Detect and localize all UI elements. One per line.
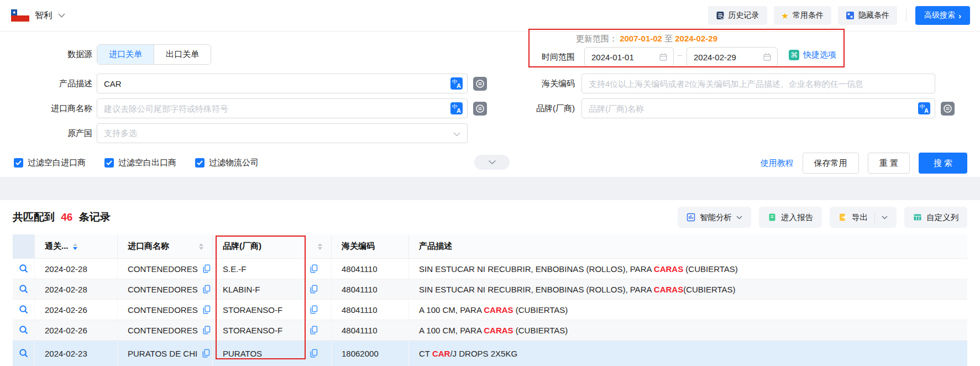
save-conditions-button[interactable]: 保存常用 [803,153,859,174]
reset-button[interactable]: 重 置 [868,153,910,174]
row-detail-cell [13,279,35,299]
header-date[interactable]: 通关... [35,234,118,258]
collapse-form-button[interactable] [474,155,510,170]
desc-text: (CUBIERTAS) [683,285,735,294]
header-brand[interactable]: 品牌(厂商) [213,234,332,258]
table-row-selected[interactable]: 2024-02-23 PURATOS DE CHI PURATOS 180620… [13,341,967,366]
translate-en-glyph: A [457,107,461,114]
custom-columns-button[interactable]: 自定义列 [904,207,967,228]
table-row[interactable]: 2024-02-26 CONTENEDORES STORAENSO-F 4804… [13,320,967,341]
importer-name-input[interactable] [97,98,468,118]
tab-import-declarations[interactable]: 进口关单 [97,45,154,64]
header-importer-label: 进口商名称 [128,241,169,252]
translate-en-glyph: A [457,82,461,89]
copy-icon[interactable] [203,285,211,294]
copy-icon[interactable] [310,349,318,358]
translate-icon[interactable]: 中A [450,102,463,114]
cell-product-desc: SIN ESTUCAR NI RECUBRIR, ENBOBINAS (ROLL… [409,279,967,299]
copy-icon[interactable] [203,264,211,273]
origin-country-select[interactable]: 支持多选 [97,123,468,143]
desc-text: CT [419,349,432,358]
chevron-down-icon [736,216,742,219]
sort-asc-icon[interactable] [318,243,322,246]
quick-options-link[interactable]: ⌘ 快捷选项 [789,50,836,60]
checkbox-label: 过滤物流公司 [209,158,259,168]
smart-analysis-button[interactable]: 智能分析 [678,207,751,228]
history-button[interactable]: 历史记录 [708,6,767,25]
data-source-tabs: 进口关单 出口关单 [97,44,211,65]
brand-input[interactable] [581,98,935,118]
export-button[interactable]: 导出 [830,207,897,228]
copy-icon[interactable] [310,264,318,273]
table-header-row: 通关... 进口商名称 品牌(厂商) [13,234,967,259]
date-to-input[interactable]: 2024-02-29 [686,47,778,67]
table-row[interactable]: 2024-02-28 CONTENEDORES KLABIN-F 4804111… [13,279,967,300]
topbar-actions: 历史记录 ★ 常用条件 隐藏条件 高级搜索 › [708,6,970,25]
match-mode-icon[interactable] [473,102,487,116]
checkbox-filter-blank-importer[interactable]: 过滤空白进口商 [14,158,86,168]
copy-icon[interactable] [203,326,211,334]
sort-asc-icon[interactable] [73,243,77,246]
sort-desc-icon[interactable] [318,247,322,250]
favorite-conditions-button[interactable]: ★ 常用条件 [774,6,831,25]
country-picker[interactable]: ★ 智利 [11,9,65,22]
country-name: 智利 [35,10,53,22]
search-detail-icon[interactable] [19,264,29,274]
checkbox-filter-logistics[interactable]: 过滤物流公司 [195,158,259,168]
translate-icon[interactable]: 中A [918,102,930,114]
copy-icon[interactable] [310,305,318,314]
chevron-down-icon [58,13,65,18]
enter-report-button[interactable]: 进入报告 [759,207,822,228]
copy-icon[interactable] [202,349,210,358]
sort-carets[interactable] [199,243,203,250]
desc-text: (CUBIERTAS) [513,326,568,335]
match-mode-icon[interactable] [941,102,955,116]
sort-desc-icon-active[interactable] [73,247,77,250]
importer-name: PURATOS DE CHI [128,349,197,358]
header-product-desc[interactable]: 产品描述 [409,234,967,258]
copy-icon[interactable] [203,305,211,314]
copy-icon[interactable] [310,285,318,294]
header-hs-code[interactable]: 海关编码 [332,234,409,258]
checkbox-filter-blank-exporter[interactable]: 过滤空白出口商 [104,158,176,168]
history-icon [716,11,725,20]
copy-icon[interactable] [310,326,318,334]
desc-text: A 100 CM, PARA [419,305,484,315]
chile-flag-icon: ★ [11,9,29,22]
search-detail-icon[interactable] [19,284,29,294]
tab-export-declarations[interactable]: 出口关单 [154,45,211,64]
sort-asc-icon[interactable] [199,243,203,246]
product-desc-input[interactable] [97,74,468,93]
match-mode-icon[interactable] [473,77,487,91]
app-root: ★ 智利 历史记录 ★ 常用条件 [0,0,980,366]
data-source-label: 数据源 [9,44,92,64]
translate-icon[interactable]: 中A [450,77,463,90]
date-to-value: 2024-02-29 [694,53,736,62]
advanced-search-button[interactable]: 高级搜索 › [915,6,970,25]
sort-carets[interactable] [73,243,77,250]
search-button[interactable]: 搜 索 [919,153,967,174]
hide-conditions-button[interactable]: 隐藏条件 [838,6,897,25]
quick-options-label: 快捷选项 [803,50,836,60]
header-brand-label: 品牌(厂商) [223,241,261,252]
desc-highlight: CARAS [484,326,513,335]
search-detail-icon[interactable] [19,348,29,358]
search-detail-icon[interactable] [19,305,29,315]
date-from-input[interactable]: 2024-01-01 [584,47,674,67]
tutorial-link[interactable]: 使用教程 [761,158,794,169]
origin-country-placeholder: 支持多选 [104,128,137,139]
circle-equal-glyph [943,104,952,113]
export-icon [838,213,847,222]
sort-desc-icon[interactable] [199,247,203,250]
search-detail-icon[interactable] [19,325,29,335]
table-row[interactable]: 2024-02-26 CONTENEDORES STORAENSO-F 4804… [13,300,967,320]
filter-checkbox-row: 过滤空白进口商 过滤空白出口商 过滤物流公司 [14,158,259,168]
row-detail-cell [13,300,35,320]
table-columns-icon [913,213,922,222]
sort-carets[interactable] [318,243,322,250]
header-importer[interactable]: 进口商名称 [118,234,213,258]
results-summary: 共匹配到 46 条记录 [13,210,111,224]
chevron-down-icon[interactable] [882,216,888,219]
hs-code-input[interactable] [581,74,935,93]
table-row[interactable]: 2024-02-28 CONTENEDORES S.E.-F 48041110 … [13,259,967,279]
